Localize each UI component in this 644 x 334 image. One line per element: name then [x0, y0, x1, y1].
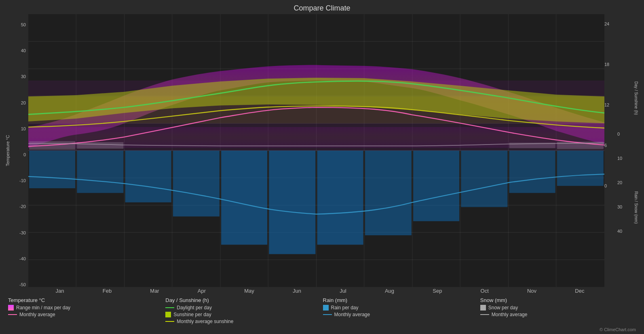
- copyright: © ClimeChart.com: [4, 327, 640, 332]
- svg-rect-35: [413, 151, 459, 221]
- legend-sunshine-day: Sunshine per day: [165, 312, 321, 317]
- svg-rect-33: [317, 151, 363, 245]
- legend-daylight: Daylight per day: [165, 305, 321, 311]
- legend-sunshine-title: Day / Sunshine (h): [165, 297, 321, 303]
- x-label-mar: Mar: [150, 288, 159, 294]
- x-label-aug: Aug: [385, 288, 394, 294]
- legend-temp-title: Temperature °C: [8, 297, 164, 303]
- x-label-jul: Jul: [340, 288, 346, 294]
- y-axis-left: 50 40 30 20 10 0 -10 -20 -30 -40 -50: [11, 14, 28, 287]
- x-label-dec: Dec: [575, 288, 584, 294]
- svg-rect-34: [365, 151, 412, 235]
- svg-rect-38: [557, 151, 604, 186]
- legend: Temperature °C Range min / max per day M…: [4, 294, 640, 326]
- x-label-nov: Nov: [527, 288, 536, 294]
- y-axis-left-label: Temperature °C: [5, 135, 10, 166]
- legend-temp-range: Range min / max per day: [8, 305, 164, 311]
- legend-rain-swatch: [323, 305, 329, 311]
- chart-main: Changwon Changwon ClimeChart.com: [28, 14, 604, 287]
- legend-snow: Snow (mm) Snow per day Monthly average: [480, 297, 636, 325]
- legend-sunshine-avg-line: [165, 321, 174, 322]
- legend-snow-day: Snow per day: [480, 305, 636, 311]
- legend-rain-day: Rain per day: [323, 305, 479, 311]
- legend-temperature: Temperature °C Range min / max per day M…: [8, 297, 164, 325]
- legend-daylight-line: [165, 307, 174, 308]
- legend-temp-avg-line: [8, 314, 17, 315]
- x-label-sep: Sep: [433, 288, 442, 294]
- svg-rect-29: [125, 151, 171, 202]
- x-label-feb: Feb: [103, 288, 112, 294]
- legend-snow-swatch: [480, 305, 486, 311]
- legend-rain: Rain (mm) Rain per day Monthly average: [323, 297, 479, 325]
- x-label-oct: Oct: [481, 288, 489, 294]
- legend-sunshine-swatch: [165, 312, 171, 317]
- legend-sunshine: Day / Sunshine (h) Daylight per day Suns…: [165, 297, 321, 325]
- y-axis-right-sunshine-label: Day / Sunshine (h): [634, 81, 638, 115]
- x-label-may: May: [244, 288, 254, 294]
- legend-snow-title: Snow (mm): [480, 297, 636, 303]
- svg-rect-36: [461, 151, 507, 207]
- legend-temp-avg: Monthly average: [8, 312, 164, 317]
- x-label-jan: Jan: [56, 288, 64, 294]
- x-axis: Jan Feb Mar Apr May Jun Jul Aug Sep Oct …: [36, 287, 604, 294]
- legend-rain-title: Rain (mm): [323, 297, 479, 303]
- svg-rect-32: [269, 151, 315, 254]
- x-label-jun: Jun: [293, 288, 301, 294]
- legend-snow-avg: Monthly average: [480, 312, 636, 317]
- legend-sunshine-avg: Monthly average sunshine: [165, 319, 321, 324]
- legend-rain-avg: Monthly average: [323, 312, 479, 317]
- svg-rect-30: [173, 151, 220, 217]
- svg-rect-43: [28, 81, 604, 151]
- svg-rect-31: [221, 151, 267, 245]
- legend-rain-avg-line: [323, 314, 332, 315]
- svg-rect-28: [77, 151, 123, 193]
- legend-snow-avg-line: [480, 314, 489, 315]
- y-axis-right-rain-label: Rain / Snow (mm): [634, 191, 638, 223]
- svg-rect-27: [29, 151, 75, 188]
- svg-rect-37: [509, 151, 555, 193]
- legend-temp-range-swatch: [8, 305, 14, 311]
- x-label-apr: Apr: [198, 288, 206, 294]
- chart-title: Compare Climate: [4, 4, 640, 13]
